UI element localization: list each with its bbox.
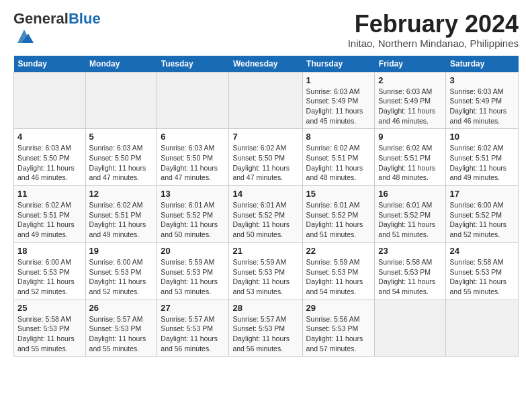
calendar-cell: 8Sunrise: 6:02 AMSunset: 5:51 PMDaylight… xyxy=(302,129,375,186)
calendar-cell: 27Sunrise: 5:57 AMSunset: 5:53 PMDayligh… xyxy=(157,300,229,357)
day-info: Sunrise: 6:03 AMSunset: 5:50 PMDaylight:… xyxy=(161,143,225,183)
day-number: 25 xyxy=(17,303,82,313)
day-info: Sunrise: 6:02 AMSunset: 5:51 PMDaylight:… xyxy=(306,143,371,183)
day-info: Sunrise: 6:03 AMSunset: 5:49 PMDaylight:… xyxy=(306,87,371,126)
day-number: 22 xyxy=(306,246,371,256)
day-info: Sunrise: 6:01 AMSunset: 5:52 PMDaylight:… xyxy=(378,200,442,240)
day-number: 9 xyxy=(378,132,442,142)
calendar-cell: 14Sunrise: 6:01 AMSunset: 5:52 PMDayligh… xyxy=(229,186,302,243)
day-number: 4 xyxy=(17,132,82,142)
day-info: Sunrise: 5:57 AMSunset: 5:53 PMDaylight:… xyxy=(232,314,298,354)
calendar-cell: 18Sunrise: 6:00 AMSunset: 5:53 PMDayligh… xyxy=(14,242,86,300)
calendar-cell xyxy=(85,72,157,129)
calendar-cell: 20Sunrise: 5:59 AMSunset: 5:53 PMDayligh… xyxy=(157,242,229,300)
calendar-cell xyxy=(14,72,86,129)
calendar-week-row: 1Sunrise: 6:03 AMSunset: 5:49 PMDaylight… xyxy=(14,72,519,129)
day-info: Sunrise: 5:58 AMSunset: 5:53 PMDaylight:… xyxy=(17,314,82,354)
calendar-cell: 24Sunrise: 5:58 AMSunset: 5:53 PMDayligh… xyxy=(446,242,519,300)
day-info: Sunrise: 6:03 AMSunset: 5:50 PMDaylight:… xyxy=(17,143,82,183)
calendar-cell: 22Sunrise: 5:59 AMSunset: 5:53 PMDayligh… xyxy=(302,242,375,300)
calendar-cell: 4Sunrise: 6:03 AMSunset: 5:50 PMDaylight… xyxy=(14,129,86,186)
calendar-cell: 17Sunrise: 6:00 AMSunset: 5:52 PMDayligh… xyxy=(446,186,519,243)
day-info: Sunrise: 5:59 AMSunset: 5:53 PMDaylight:… xyxy=(232,257,298,297)
day-info: Sunrise: 5:58 AMSunset: 5:53 PMDaylight:… xyxy=(449,257,515,297)
calendar-cell: 12Sunrise: 6:02 AMSunset: 5:51 PMDayligh… xyxy=(85,186,157,243)
day-number: 29 xyxy=(306,303,371,313)
calendar-week-row: 4Sunrise: 6:03 AMSunset: 5:50 PMDaylight… xyxy=(14,129,519,186)
logo-blue-text: Blue xyxy=(69,10,101,27)
logo-general-text: General xyxy=(13,10,69,27)
day-number: 10 xyxy=(449,132,515,142)
calendar-cell: 23Sunrise: 5:58 AMSunset: 5:53 PMDayligh… xyxy=(375,242,446,300)
calendar-cell: 9Sunrise: 6:02 AMSunset: 5:51 PMDaylight… xyxy=(375,129,446,186)
day-number: 16 xyxy=(378,189,442,199)
calendar-cell: 1Sunrise: 6:03 AMSunset: 5:49 PMDaylight… xyxy=(302,72,375,129)
day-info: Sunrise: 5:57 AMSunset: 5:53 PMDaylight:… xyxy=(89,314,154,354)
day-info: Sunrise: 5:56 AMSunset: 5:53 PMDaylight:… xyxy=(306,314,371,354)
day-number: 15 xyxy=(306,189,371,199)
day-info: Sunrise: 6:01 AMSunset: 5:52 PMDaylight:… xyxy=(161,200,225,240)
title-area: February 2024 Initao, Northern Mindanao,… xyxy=(348,11,519,49)
day-number: 26 xyxy=(89,303,154,313)
day-number: 23 xyxy=(378,246,442,256)
location-subtitle: Initao, Northern Mindanao, Philippines xyxy=(348,38,519,49)
month-title: February 2024 xyxy=(348,11,519,38)
calendar-cell xyxy=(446,300,519,357)
day-number: 7 xyxy=(232,132,298,142)
day-info: Sunrise: 5:59 AMSunset: 5:53 PMDaylight:… xyxy=(161,257,225,297)
calendar-cell: 13Sunrise: 6:01 AMSunset: 5:52 PMDayligh… xyxy=(157,186,229,243)
calendar-cell: 15Sunrise: 6:01 AMSunset: 5:52 PMDayligh… xyxy=(302,186,375,243)
calendar-cell: 2Sunrise: 6:03 AMSunset: 5:49 PMDaylight… xyxy=(375,72,446,129)
day-of-week-header: Monday xyxy=(85,56,157,73)
calendar-cell: 10Sunrise: 6:02 AMSunset: 5:51 PMDayligh… xyxy=(446,129,519,186)
logo-icon xyxy=(15,27,34,46)
day-info: Sunrise: 6:02 AMSunset: 5:50 PMDaylight:… xyxy=(232,143,298,183)
day-number: 3 xyxy=(449,75,515,85)
calendar-week-row: 25Sunrise: 5:58 AMSunset: 5:53 PMDayligh… xyxy=(14,300,519,357)
calendar-cell: 28Sunrise: 5:57 AMSunset: 5:53 PMDayligh… xyxy=(229,300,302,357)
calendar-header-row: SundayMondayTuesdayWednesdayThursdayFrid… xyxy=(14,56,519,73)
day-number: 1 xyxy=(306,75,371,85)
day-number: 20 xyxy=(161,246,225,256)
day-info: Sunrise: 6:01 AMSunset: 5:52 PMDaylight:… xyxy=(306,200,371,240)
calendar-cell: 7Sunrise: 6:02 AMSunset: 5:50 PMDaylight… xyxy=(229,129,302,186)
day-of-week-header: Sunday xyxy=(14,56,86,73)
day-number: 19 xyxy=(89,246,154,256)
calendar-cell: 6Sunrise: 6:03 AMSunset: 5:50 PMDaylight… xyxy=(157,129,229,186)
day-info: Sunrise: 6:02 AMSunset: 5:51 PMDaylight:… xyxy=(89,200,154,240)
day-number: 5 xyxy=(89,132,154,142)
page-header: GeneralBlue February 2024 Initao, Northe… xyxy=(13,11,519,49)
calendar-cell: 16Sunrise: 6:01 AMSunset: 5:52 PMDayligh… xyxy=(375,186,446,243)
day-number: 6 xyxy=(161,132,225,142)
calendar-cell: 29Sunrise: 5:56 AMSunset: 5:53 PMDayligh… xyxy=(302,300,375,357)
calendar-cell xyxy=(157,72,229,129)
day-number: 12 xyxy=(89,189,154,199)
day-info: Sunrise: 6:03 AMSunset: 5:49 PMDaylight:… xyxy=(378,87,442,126)
day-info: Sunrise: 6:00 AMSunset: 5:53 PMDaylight:… xyxy=(17,257,82,297)
logo: GeneralBlue xyxy=(13,11,101,48)
calendar-cell: 26Sunrise: 5:57 AMSunset: 5:53 PMDayligh… xyxy=(85,300,157,357)
day-number: 2 xyxy=(378,75,442,85)
calendar-cell: 3Sunrise: 6:03 AMSunset: 5:49 PMDaylight… xyxy=(446,72,519,129)
day-number: 27 xyxy=(161,303,225,313)
day-number: 28 xyxy=(232,303,298,313)
day-info: Sunrise: 6:02 AMSunset: 5:51 PMDaylight:… xyxy=(449,143,515,183)
day-info: Sunrise: 6:03 AMSunset: 5:49 PMDaylight:… xyxy=(449,87,515,126)
day-number: 21 xyxy=(232,246,298,256)
day-info: Sunrise: 5:59 AMSunset: 5:53 PMDaylight:… xyxy=(306,257,371,297)
day-number: 8 xyxy=(306,132,371,142)
day-info: Sunrise: 6:02 AMSunset: 5:51 PMDaylight:… xyxy=(378,143,442,183)
day-of-week-header: Thursday xyxy=(302,56,375,73)
calendar-week-row: 18Sunrise: 6:00 AMSunset: 5:53 PMDayligh… xyxy=(14,242,519,300)
day-info: Sunrise: 6:02 AMSunset: 5:51 PMDaylight:… xyxy=(17,200,82,240)
day-of-week-header: Friday xyxy=(375,56,446,73)
day-info: Sunrise: 6:00 AMSunset: 5:52 PMDaylight:… xyxy=(449,200,515,240)
day-info: Sunrise: 6:01 AMSunset: 5:52 PMDaylight:… xyxy=(232,200,298,240)
day-of-week-header: Saturday xyxy=(446,56,519,73)
calendar-table: SundayMondayTuesdayWednesdayThursdayFrid… xyxy=(13,56,519,357)
day-info: Sunrise: 6:00 AMSunset: 5:53 PMDaylight:… xyxy=(89,257,154,297)
day-number: 14 xyxy=(232,189,298,199)
calendar-cell xyxy=(229,72,302,129)
calendar-week-row: 11Sunrise: 6:02 AMSunset: 5:51 PMDayligh… xyxy=(14,186,519,243)
calendar-cell: 5Sunrise: 6:03 AMSunset: 5:50 PMDaylight… xyxy=(85,129,157,186)
